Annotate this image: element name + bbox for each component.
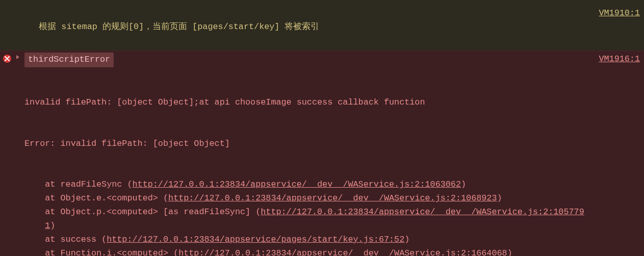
stack-frame-link[interactable]: http://127.0.0.1:23834/appservice/__dev_… [168,193,497,203]
stack-frame-link[interactable]: http://127.0.0.1:23834/appservice/__dev_… [45,207,584,231]
expand-toggle[interactable] [15,55,21,60]
warn-text-fragment: 根据 sitemap 的规则[0]，当前页面 [pages/start/key]… [39,22,319,32]
error-title-badge: thirdScriptError [24,53,114,68]
devtools-console: VM1910:1 根据 sitemap 的规则[0]，当前页面 [pages/s… [0,0,644,247]
error-exception: Error: invalid filePath: [object Object] [24,137,593,151]
stack-frame: at Function.i.<computed> (http://127.0.0… [24,247,593,256]
stack-frame-link[interactable]: http://127.0.0.1:23834/appservice/__dev_… [178,248,507,256]
console-row-error: thirdScriptError invalid filePath: [obje… [0,50,644,257]
error-source-link[interactable]: VM1916:1 [593,53,640,66]
stack-frame-link[interactable]: http://127.0.0.1:23834/appservice/__dev_… [133,180,461,189]
error-trace: invalid filePath: [object Object];at api… [24,67,593,256]
stack-frames: at readFileSync (http://127.0.0.1:23834/… [24,178,593,256]
stack-frame: at success (http://127.0.0.1:23834/appse… [24,233,593,247]
stack-frame: at readFileSync (http://127.0.0.1:23834/… [24,178,593,192]
stack-frame-link[interactable]: http://127.0.0.1:23834/appservice/pages/… [107,235,404,244]
error-body: thirdScriptError invalid filePath: [obje… [24,53,593,257]
source-link-anchor[interactable]: VM1916:1 [599,54,640,64]
source-link-prev[interactable]: VM1910:1 [599,7,640,20]
error-icon [3,55,11,63]
error-summary: invalid filePath: [object Object];at api… [24,96,593,110]
console-row-warn-fragment: VM1910:1 根据 sitemap 的规则[0]，当前页面 [pages/s… [0,0,644,50]
stack-frame: at Object.p.<computed> [as readFileSync]… [24,206,593,233]
stack-frame: at Object.e.<computed> (http://127.0.0.1… [24,192,593,206]
